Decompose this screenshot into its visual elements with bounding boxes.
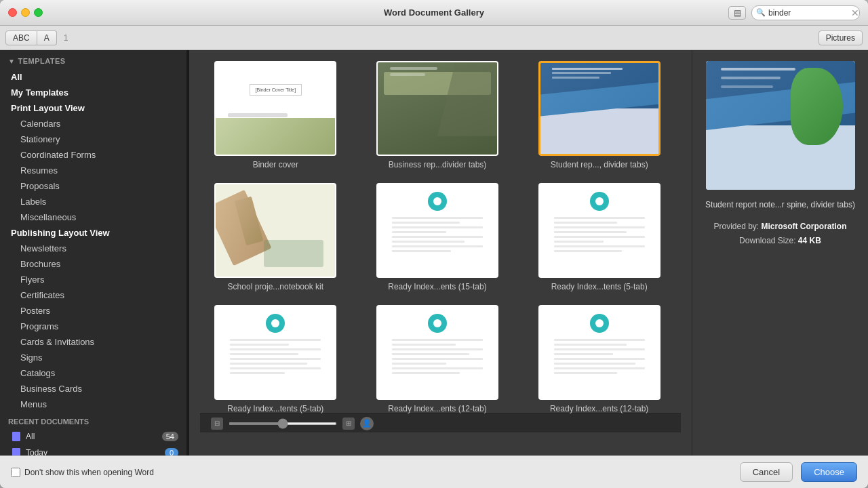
template-item-student-rep[interactable]: Student rep..., divider tabs) — [524, 61, 675, 169]
template-label-binder-cover: Binder cover — [253, 160, 298, 169]
window-title: Word Document Gallery — [384, 7, 484, 18]
preview-info: Student report note...r spine, divider t… — [705, 198, 855, 249]
sidebar-item-miscellaneous[interactable]: Miscellaneous — [0, 209, 186, 225]
zoom-slider[interactable] — [229, 422, 337, 425]
view-toggle-segment: ABC A — [5, 30, 57, 45]
sidebar: ▼ TEMPLATES All My Templates Print Layou… — [0, 50, 186, 455]
preview-provider: Provided by: Microsoft Corporation — [705, 220, 855, 235]
zoom-out-icon: ⊟ — [214, 420, 220, 427]
recent-all[interactable]: All 54 — [0, 428, 186, 445]
template-item-ready-index-15[interactable]: Ready Index...ents (15-tab) — [362, 183, 513, 291]
template-item-business-rep[interactable]: Business rep...divider tabs) — [362, 61, 513, 169]
search-clear-icon[interactable]: ✕ — [851, 7, 859, 18]
template-thumb-school-proj[interactable] — [214, 183, 336, 278]
sidebar-item-stationery[interactable]: Stationery — [0, 131, 186, 147]
provided-by-label: Provided by: — [713, 222, 759, 231]
recent-all-label: All — [26, 432, 35, 441]
close-button[interactable] — [8, 8, 17, 17]
template-thumb-ready-index-12a[interactable] — [376, 305, 498, 400]
layout-view-button[interactable]: A — [37, 30, 57, 45]
search-input[interactable] — [768, 8, 850, 18]
pictures-button[interactable]: Pictures — [818, 30, 863, 45]
sidebar-item-certificates[interactable]: Certificates — [0, 287, 186, 303]
recent-today-label: Today — [26, 448, 47, 455]
window: Word Document Gallery ▤ 🔍 ✕ ABC A 1 Pict… — [0, 0, 868, 488]
recent-today-badge: 0 — [165, 448, 178, 455]
zoom-in-icon: ⊞ — [346, 420, 351, 427]
template-grid-area: [Binder Cover Title] Binder cover — [189, 50, 692, 455]
dont-show-label: Don't show this when opening Word — [24, 468, 154, 477]
search-icon: 🔍 — [756, 8, 766, 17]
sidebar-item-resumes[interactable]: Resumes — [0, 163, 186, 178]
cancel-button[interactable]: Cancel — [740, 462, 793, 482]
sidebar-item-posters[interactable]: Posters — [0, 303, 186, 319]
template-item-school-proj[interactable]: School proje...notebook kit — [200, 183, 351, 291]
download-label: Download Size: — [739, 236, 795, 245]
template-item-ready-index-12b[interactable]: Ready Index...ents (12-tab) — [524, 305, 675, 413]
template-thumb-student-rep[interactable] — [538, 61, 660, 156]
preview-panel: Student report note...r spine, divider t… — [692, 50, 868, 455]
preview-download: Download Size: 44 KB — [705, 234, 855, 249]
template-label-business-rep: Business rep...divider tabs) — [389, 160, 487, 169]
template-item-ready-index-5b[interactable]: Ready Index...tents (5-tab) — [200, 305, 351, 413]
recent-all-badge: 54 — [162, 432, 178, 441]
sidebar-item-programs[interactable]: Programs — [0, 319, 186, 334]
template-label-ready-index-5b: Ready Index...tents (5-tab) — [227, 404, 323, 413]
recent-all-icon — [11, 431, 22, 442]
titlebar-right: ▤ 🔍 ✕ — [728, 5, 860, 20]
sidebar-item-flyers[interactable]: Flyers — [0, 272, 186, 287]
template-thumb-ready-index-15[interactable] — [376, 183, 498, 278]
download-size: 44 KB — [798, 236, 821, 245]
sidebar-item-brochures[interactable]: Brochures — [0, 256, 186, 272]
template-label-ready-index-15: Ready Index...ents (15-tab) — [388, 282, 486, 291]
template-thumb-ready-index-12b[interactable] — [538, 305, 660, 400]
zoom-slider-bar: ⊟ ⊞ 👤 — [200, 413, 681, 432]
section-arrow-icon: ▼ — [8, 58, 15, 65]
template-label-ready-index-12a: Ready Index...ents (12-tab) — [388, 404, 486, 413]
titlebar: Word Document Gallery ▤ 🔍 ✕ — [0, 0, 868, 26]
templates-section-header: ▼ TEMPLATES — [0, 50, 186, 69]
recent-documents-header: Recent Documents — [0, 412, 186, 428]
view-toggle-button[interactable]: ▤ — [728, 6, 746, 20]
sidebar-item-cards-invitations[interactable]: Cards & Invitations — [0, 334, 186, 350]
sidebar-item-proposals[interactable]: Proposals — [0, 178, 186, 194]
maximize-button[interactable] — [34, 8, 43, 17]
choose-button[interactable]: Choose — [801, 462, 857, 482]
template-grid: [Binder Cover Title] Binder cover — [200, 61, 675, 413]
minimize-button[interactable] — [21, 8, 30, 17]
zoom-in-button[interactable]: ⊞ — [342, 418, 355, 430]
sidebar-item-publishing-layout[interactable]: Publishing Layout View — [0, 225, 186, 241]
dont-show-checkbox[interactable] — [11, 468, 20, 477]
templates-label: TEMPLATES — [18, 57, 65, 65]
sidebar-item-all[interactable]: All — [0, 69, 186, 85]
sidebar-item-calendars[interactable]: Calendars — [0, 116, 186, 131]
recent-today[interactable]: Today 0 — [0, 445, 186, 455]
preview-title: Student report note...r spine, divider t… — [705, 198, 855, 213]
sidebar-item-coordinated-forms[interactable]: Coordinated Forms — [0, 147, 186, 163]
template-item-ready-index-5a[interactable]: Ready Index...tents (5-tab) — [524, 183, 675, 291]
sidebar-item-print-layout[interactable]: Print Layout View — [0, 100, 186, 116]
sidebar-item-menus[interactable]: Menus — [0, 396, 186, 412]
sidebar-item-my-templates[interactable]: My Templates — [0, 85, 186, 100]
template-label-ready-index-5a: Ready Index...tents (5-tab) — [551, 282, 648, 291]
sidebar-item-newsletters[interactable]: Newsletters — [0, 241, 186, 256]
template-item-binder-cover[interactable]: [Binder Cover Title] Binder cover — [200, 61, 351, 169]
user-avatar: 👤 — [360, 417, 374, 430]
template-label-school-proj: School proje...notebook kit — [228, 282, 323, 291]
template-thumb-ready-index-5b[interactable] — [214, 305, 336, 400]
template-thumb-business-rep[interactable] — [376, 61, 498, 156]
sidebar-item-catalogs[interactable]: Catalogs — [0, 365, 186, 381]
template-thumb-binder-cover[interactable]: [Binder Cover Title] — [214, 61, 336, 156]
sidebar-item-signs[interactable]: Signs — [0, 350, 186, 365]
template-thumb-ready-index-5a[interactable] — [538, 183, 660, 278]
abc-view-button[interactable]: ABC — [5, 30, 37, 45]
template-item-ready-index-12a[interactable]: Ready Index...ents (12-tab) — [362, 305, 513, 413]
sidebar-item-business-cards[interactable]: Business Cards — [0, 381, 186, 396]
traffic-lights — [8, 8, 43, 17]
template-label-ready-index-12b: Ready Index...ents (12-tab) — [550, 404, 648, 413]
top-toolbar: ABC A 1 Pictures — [0, 26, 868, 50]
dont-show-area: Don't show this when opening Word — [11, 468, 154, 477]
sidebar-item-labels[interactable]: Labels — [0, 194, 186, 209]
zoom-out-button[interactable]: ⊟ — [211, 418, 223, 430]
bottom-bar: Don't show this when opening Word Cancel… — [0, 455, 868, 488]
